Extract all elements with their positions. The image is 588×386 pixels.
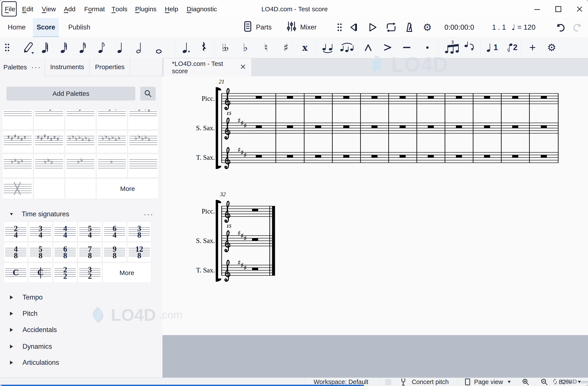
key-signature-cell-sharp-1[interactable]: ♯	[2, 109, 33, 130]
key-signature-cell-atonal[interactable]	[2, 179, 33, 199]
flat-button[interactable]: ♭	[236, 39, 254, 56]
menu-help[interactable]: Help	[165, 0, 178, 18]
panel-tab-instruments[interactable]: Instruments	[45, 58, 90, 76]
concert-pitch-toggle[interactable]: Concert pitch	[412, 378, 449, 386]
palette-section-dynamics[interactable]: Dynamics	[0, 340, 162, 354]
time-signature-cell-4-4[interactable]: 44	[53, 222, 77, 242]
quarter-rest-button[interactable]	[195, 39, 213, 56]
concert-pitch-checkbox[interactable]	[385, 379, 391, 385]
time-signature-cell-3-8[interactable]: 38	[127, 222, 151, 242]
palettes-overflow-menu[interactable]: ···	[31, 63, 41, 71]
panel-tab-palettes[interactable]: Palettes···	[0, 58, 45, 76]
customize-button[interactable]: ⚙	[543, 39, 561, 56]
time-signature-more[interactable]: More	[103, 263, 151, 283]
maximize-button[interactable]	[550, 0, 567, 18]
key-signature-cell-sharp-6[interactable]: ♯♯♯♯♯♯	[2, 131, 33, 153]
time-signature-cell-7-8[interactable]: 78	[78, 242, 102, 262]
tab-home[interactable]: Home	[4, 18, 29, 37]
mixer-button[interactable]: Mixer	[286, 18, 317, 37]
time-signature-cell-9-8[interactable]: 98	[103, 242, 127, 262]
time-signature-cell-2-4[interactable]: 24	[4, 222, 28, 242]
time-signature-cell-3-2[interactable]: 32	[78, 263, 102, 283]
key-signature-cell-natural[interactable]	[128, 154, 159, 178]
playback-timecode[interactable]: 0:00:00:0	[444, 18, 474, 37]
add-button[interactable]: +	[524, 39, 542, 56]
time-signature-cell-cut[interactable]: C	[28, 263, 53, 283]
document-tab-close-icon[interactable]	[240, 64, 246, 71]
note-16th-button[interactable]	[74, 39, 92, 56]
note-half-button[interactable]	[131, 39, 149, 56]
key-signature-cell-empty[interactable]	[65, 179, 96, 199]
playback-settings-gear-icon[interactable]: ⚙	[420, 20, 435, 35]
menu-add[interactable]: Add	[64, 0, 75, 18]
key-signature-cell-flat-4[interactable]: ♭♭♭♭	[2, 154, 33, 178]
document-tab[interactable]: *LO4D.com - Test score	[164, 58, 252, 76]
marcato-button[interactable]	[359, 39, 377, 56]
time-signature-cell-4-8[interactable]: 48	[4, 242, 28, 262]
palette-section-accidentals[interactable]: Accidentals	[0, 323, 162, 337]
tenuto-button[interactable]	[398, 39, 416, 56]
accent-button[interactable]	[378, 39, 397, 56]
palette-section-tempo[interactable]: Tempo	[0, 290, 162, 304]
key-signature-cell-sharp-3[interactable]: ♯♯♯	[65, 109, 96, 130]
menu-edit[interactable]: Edit	[22, 0, 33, 18]
key-signature-cell-sharp-7[interactable]: ♯♯♯♯♯♯♯	[34, 131, 64, 153]
zoom-level-value[interactable]: 82%	[559, 378, 571, 386]
menu-tools[interactable]: Tools	[111, 0, 127, 18]
score-page[interactable]	[162, 76, 588, 335]
view-mode-selector[interactable]: Page view	[474, 378, 503, 386]
menu-file[interactable]: File	[5, 0, 15, 18]
metronome-button[interactable]	[401, 20, 417, 35]
play-button[interactable]	[365, 20, 380, 35]
key-signature-cell-flat-6[interactable]: ♭♭♭♭♭♭	[96, 131, 127, 153]
time-signature-cell-12-8[interactable]: 128	[127, 242, 151, 262]
natural-button[interactable]: ♮	[257, 39, 275, 56]
search-palettes-button[interactable]	[140, 87, 156, 101]
note-input-pencil-button[interactable]	[19, 39, 37, 56]
drag-handle-button[interactable]	[0, 39, 16, 56]
close-button[interactable]	[571, 0, 588, 18]
zoom-in-button[interactable]	[522, 378, 530, 386]
zoom-out-button[interactable]	[540, 378, 548, 386]
key-signature-cell-flat-5[interactable]: ♭♭♭♭♭	[128, 131, 159, 153]
time-signatures-header[interactable]: Time signatures···	[0, 208, 162, 220]
note-whole-button[interactable]	[150, 39, 168, 56]
add-palettes-button[interactable]: Add Palettes	[6, 87, 135, 101]
tie-button[interactable]	[319, 39, 337, 56]
palette-section-pitch[interactable]: Pitch	[0, 307, 162, 320]
key-signature-cell-sharp-4[interactable]: ♯♯♯♯	[96, 109, 127, 130]
view-mode-caret-icon[interactable]	[508, 378, 511, 386]
redo-button[interactable]	[569, 20, 585, 35]
time-signature-cell-5-8[interactable]: 58	[28, 242, 53, 262]
menu-diagnostic[interactable]: Diagnostic	[187, 0, 217, 18]
rewind-button[interactable]	[346, 20, 362, 35]
double-flat-button[interactable]: ♭♭	[216, 39, 234, 56]
time-signature-cell-6-8[interactable]: 68	[53, 242, 77, 262]
minimize-button[interactable]	[528, 0, 546, 18]
tab-score[interactable]: Score	[33, 18, 59, 38]
menu-view[interactable]: View	[42, 0, 56, 18]
staccato-button[interactable]	[418, 39, 436, 56]
panel-tab-properties[interactable]: Properties	[90, 58, 130, 76]
key-signature-cell-flat-7[interactable]: ♭♭♭♭♭♭♭	[65, 131, 96, 153]
time-signature-cell-6-4[interactable]: 64	[103, 222, 127, 242]
key-signature-cell-sharp-2[interactable]: ♯♯	[34, 109, 64, 130]
undo-button[interactable]	[553, 20, 568, 35]
note-32nd-button[interactable]	[55, 39, 74, 56]
augmentation-dot-button[interactable]	[177, 39, 196, 56]
note-64th-button[interactable]	[37, 39, 55, 56]
key-signature-cell-flat-2[interactable]: ♭♭	[65, 154, 96, 178]
time-signature-cell-5-4[interactable]: 54	[78, 222, 102, 242]
playback-drag-handle[interactable]	[332, 20, 347, 35]
key-signature-cell-more[interactable]: More	[96, 179, 159, 199]
palette-section-articulations[interactable]: Articulations	[0, 356, 162, 369]
time-signature-cell-3-4[interactable]: 34	[28, 222, 53, 242]
menu-plugins[interactable]: Plugins	[135, 0, 156, 18]
time-signature-cell-2-2[interactable]: 22	[53, 263, 77, 283]
menu-format[interactable]: Format	[84, 0, 105, 18]
tuplet-button[interactable]: 3	[443, 39, 462, 56]
parts-button[interactable]: Parts	[243, 18, 272, 37]
zoom-caret-icon[interactable]	[578, 378, 581, 386]
key-signature-cell-sharp-5[interactable]: ♯♯♯♯♯	[128, 109, 159, 130]
key-signature-cell-flat-3[interactable]: ♭♭♭	[34, 154, 64, 178]
